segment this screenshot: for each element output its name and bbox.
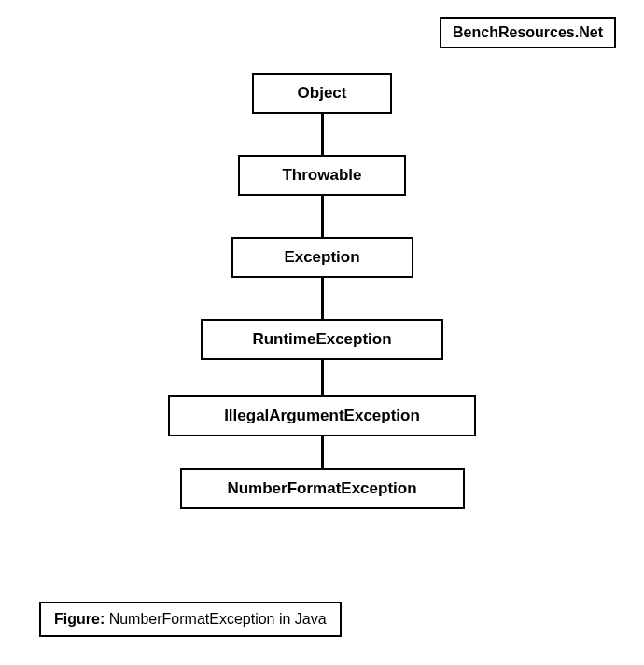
hierarchy-node: Object: [252, 73, 392, 114]
hierarchy-connector: [321, 360, 324, 395]
attribution-text: BenchResources.Net: [453, 24, 603, 40]
hierarchy-node: IllegalArgumentException: [168, 395, 476, 436]
attribution-box: BenchResources.Net: [440, 17, 616, 48]
hierarchy-node: NumberFormatException: [180, 468, 465, 509]
hierarchy-connector: [321, 114, 324, 155]
hierarchy-node: Throwable: [238, 155, 406, 196]
caption-label: Figure:: [54, 611, 105, 627]
hierarchy-node: Exception: [231, 237, 413, 278]
class-hierarchy: ObjectThrowableExceptionRuntimeException…: [168, 73, 476, 509]
hierarchy-connector: [321, 196, 324, 237]
hierarchy-connector: [321, 278, 324, 319]
hierarchy-node: RuntimeException: [201, 319, 443, 360]
caption-text: NumberFormatException in Java: [105, 611, 326, 627]
hierarchy-connector: [321, 436, 324, 468]
figure-caption: Figure: NumberFormatException in Java: [39, 602, 342, 637]
